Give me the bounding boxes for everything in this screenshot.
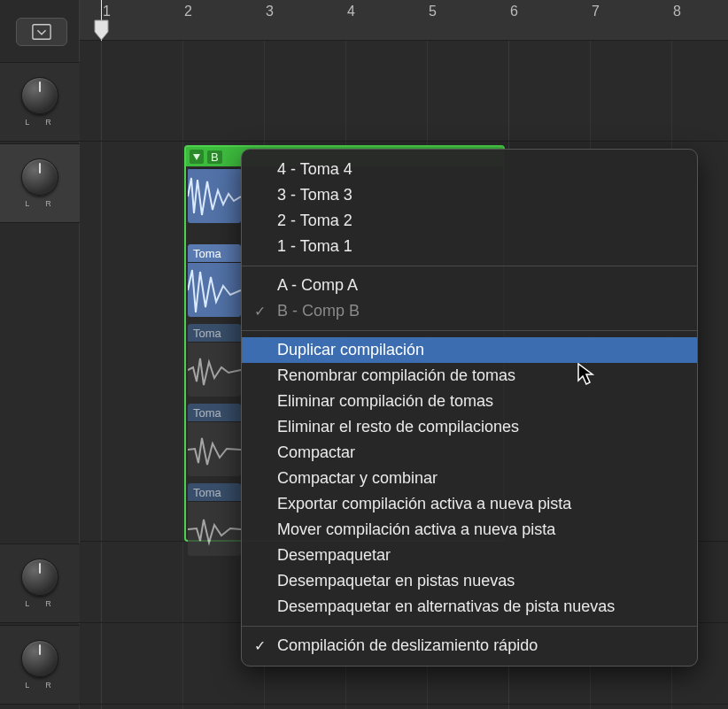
menu-item-desempaquetar-nuevas[interactable]: Desempaquetar en pistas nuevas bbox=[242, 568, 697, 594]
menu-separator bbox=[242, 626, 697, 627]
waveform-icon bbox=[188, 169, 241, 223]
waveform-icon bbox=[188, 343, 241, 397]
menu-item-mover[interactable]: Mover compilación activa a nueva pista bbox=[242, 517, 697, 543]
track-header-1[interactable]: L R bbox=[0, 62, 80, 142]
menu-item-comp-a[interactable]: A - Comp A bbox=[242, 273, 697, 298]
view-dropdown-button[interactable] bbox=[16, 18, 67, 46]
menu-item-eliminar-comp[interactable]: Eliminar compilación de tomas bbox=[242, 389, 697, 414]
chevron-down-box-icon bbox=[32, 23, 51, 41]
take-folder-context-menu: 4 - Toma 4 3 - Toma 3 2 - Toma 2 1 - Tom… bbox=[241, 149, 698, 667]
pan-label: L R bbox=[21, 681, 58, 690]
menu-item-compactar-combinar[interactable]: Compactar y combinar bbox=[242, 466, 697, 491]
waveform-icon bbox=[188, 422, 241, 476]
take-region[interactable]: Toma bbox=[188, 404, 241, 476]
menu-item-desempaquetar-alt[interactable]: Desempaquetar en alternativas de pista n… bbox=[242, 594, 697, 620]
menu-item-eliminar-resto[interactable]: Eliminar el resto de compilaciones bbox=[242, 414, 697, 440]
ruler-tick: 8 bbox=[673, 4, 681, 19]
track-header-4[interactable]: L R bbox=[0, 625, 80, 705]
menu-item-exportar[interactable]: Exportar compilación activa a nueva pist… bbox=[242, 491, 697, 517]
menu-item-deslizamiento[interactable]: Compilación de deslizamiento rápido bbox=[242, 633, 697, 659]
menu-item-toma-1[interactable]: 1 - Toma 1 bbox=[242, 234, 697, 259]
take-region[interactable]: Toma bbox=[188, 324, 241, 397]
left-sidebar: L R L R L R L R bbox=[0, 0, 80, 709]
ruler-tick: 1 bbox=[103, 4, 111, 19]
timeline-ruler[interactable]: 1 2 3 4 5 6 7 8 bbox=[80, 0, 728, 41]
menu-separator bbox=[242, 266, 697, 266]
menu-item-renombrar[interactable]: Renombrar compilación de tomas bbox=[242, 363, 697, 389]
track-header-3[interactable]: L R bbox=[0, 543, 80, 623]
menu-item-toma-2[interactable]: 2 - Toma 2 bbox=[242, 208, 697, 234]
ruler-tick: 7 bbox=[592, 4, 600, 19]
take-label: Toma bbox=[188, 324, 241, 342]
pan-label: L R bbox=[21, 599, 58, 608]
triangle-down-icon bbox=[192, 152, 201, 161]
ruler-tick: 2 bbox=[184, 4, 192, 19]
menu-item-toma-4[interactable]: 4 - Toma 4 bbox=[242, 157, 697, 182]
menu-item-comp-b[interactable]: B - Comp B bbox=[242, 298, 697, 324]
take-folder-disclosure[interactable] bbox=[190, 150, 204, 164]
waveform-icon bbox=[188, 263, 241, 317]
take-region[interactable]: Toma bbox=[188, 244, 241, 317]
take-label: Toma bbox=[188, 483, 241, 501]
waveform-icon bbox=[188, 502, 241, 556]
menu-item-toma-3[interactable]: 3 - Toma 3 bbox=[242, 182, 697, 208]
menu-item-desempaquetar[interactable]: Desempaquetar bbox=[242, 543, 697, 568]
pan-knob[interactable] bbox=[21, 640, 58, 677]
pan-label: L R bbox=[21, 118, 58, 127]
ruler-tick: 3 bbox=[266, 4, 274, 19]
menu-separator bbox=[242, 330, 697, 331]
pan-knob[interactable] bbox=[21, 77, 58, 114]
take-region[interactable]: Toma bbox=[188, 483, 241, 556]
ruler-tick: 5 bbox=[429, 4, 437, 19]
menu-item-compactar[interactable]: Compactar bbox=[242, 440, 697, 466]
take-label: Toma bbox=[188, 244, 241, 262]
pan-knob[interactable] bbox=[21, 559, 58, 596]
pan-label: L R bbox=[21, 199, 58, 208]
track-header-2[interactable]: L R bbox=[0, 143, 80, 223]
playhead-marker-icon bbox=[94, 19, 109, 41]
take-region[interactable] bbox=[188, 168, 241, 223]
pan-knob[interactable] bbox=[21, 158, 58, 196]
ruler-tick: 6 bbox=[510, 4, 518, 19]
take-label: Toma bbox=[188, 404, 241, 421]
menu-item-duplicar[interactable]: Duplicar compilación bbox=[242, 337, 697, 363]
svg-rect-0 bbox=[33, 25, 50, 40]
ruler-tick: 4 bbox=[347, 4, 355, 19]
take-folder-label: B bbox=[207, 150, 222, 164]
